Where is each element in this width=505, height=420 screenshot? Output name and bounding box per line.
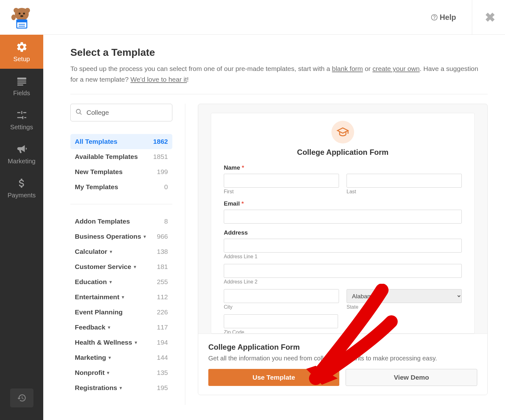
last-sublabel: Last <box>347 189 462 195</box>
first-name-input[interactable] <box>224 174 339 188</box>
nav-settings[interactable]: Settings <box>0 103 43 137</box>
filter-label: Business Operations▾ <box>75 233 146 240</box>
filter-label: Entertainment▾ <box>75 293 124 301</box>
address-line2-input[interactable] <box>224 264 462 278</box>
preview-column: College Application Form Name * First La… <box>185 104 488 405</box>
svg-rect-13 <box>17 82 26 83</box>
nav-label: Setup <box>13 55 30 63</box>
filter-category-item[interactable]: Addon Templates8 <box>70 214 172 229</box>
filter-category-item[interactable]: Registrations▾195 <box>70 380 172 395</box>
filter-label: New Templates <box>75 168 122 176</box>
filter-category-item[interactable]: Marketing▾144 <box>70 350 172 365</box>
filter-label: Marketing▾ <box>75 354 111 361</box>
history-icon <box>17 393 27 403</box>
filter-new-templates[interactable]: New Templates 199 <box>70 164 172 179</box>
close-icon: ✖ <box>485 10 496 25</box>
chevron-down-icon: ▾ <box>109 355 111 360</box>
filter-count: 255 <box>157 278 168 286</box>
subtitle-text: or <box>363 65 372 72</box>
email-label: Email * <box>224 200 462 207</box>
blank-form-link[interactable]: blank form <box>332 65 363 72</box>
filter-category-item[interactable]: Health & Wellness▾194 <box>70 335 172 350</box>
svg-point-2 <box>25 8 30 13</box>
nav-marketing[interactable]: Marketing <box>0 137 43 171</box>
state-select[interactable]: Alabama <box>347 289 462 303</box>
create-own-link[interactable]: create your own <box>372 65 419 72</box>
filter-category-item[interactable]: Event Planning226 <box>70 305 172 320</box>
gear-icon <box>16 41 28 53</box>
graduation-cap-icon <box>331 121 354 143</box>
filter-category-item[interactable]: Education▾255 <box>70 274 172 289</box>
addr2-sublabel: Address Line 2 <box>224 279 462 285</box>
nav-payments[interactable]: Payments <box>0 171 43 205</box>
filter-category-item[interactable]: Nonprofit▾135 <box>70 365 172 380</box>
category-filter-list: Addon Templates8Business Operations▾966C… <box>70 214 172 395</box>
filter-count: 144 <box>157 354 168 361</box>
nav-fields[interactable]: Fields <box>0 69 43 103</box>
search-input[interactable] <box>70 104 172 121</box>
filter-count: 135 <box>157 369 168 376</box>
card-footer: College Application Form Get all the inf… <box>198 334 487 395</box>
filter-count: 0 <box>164 183 168 191</box>
zip-input[interactable] <box>224 314 338 328</box>
filter-column: All Templates 1862 Available Templates 1… <box>70 104 185 405</box>
filter-label: All Templates <box>75 138 117 145</box>
city-input[interactable] <box>224 289 339 303</box>
subtitle-text: ! <box>187 76 189 83</box>
svg-point-16 <box>434 19 435 19</box>
filter-label: Nonprofit▾ <box>75 369 109 376</box>
use-template-button[interactable]: Use Template <box>208 369 339 386</box>
nav-label: Payments <box>8 192 36 199</box>
filter-count: 199 <box>157 168 168 176</box>
svg-point-1 <box>14 8 19 13</box>
filter-label: Event Planning <box>75 308 123 316</box>
filter-category-item[interactable]: Business Operations▾966 <box>70 229 172 244</box>
filter-label: Feedback▾ <box>75 324 110 331</box>
filter-count: 117 <box>157 324 168 331</box>
close-button[interactable]: ✖ <box>472 0 496 34</box>
nav-label: Settings <box>10 124 33 131</box>
filter-category-item[interactable]: Customer Service▾181 <box>70 259 172 274</box>
form-preview: College Application Form Name * First La… <box>211 113 475 334</box>
svg-point-17 <box>76 109 80 114</box>
form-group-address: Address Address Line 1 Address Line 2 Ci… <box>224 229 462 334</box>
required-indicator: * <box>241 200 244 207</box>
help-link[interactable]: Help <box>431 13 456 22</box>
filter-count: 8 <box>164 218 168 225</box>
filter-available-templates[interactable]: Available Templates 1851 <box>70 149 172 164</box>
filter-count: 194 <box>157 339 168 346</box>
filter-label: My Templates <box>75 183 118 191</box>
hear-link[interactable]: We'd love to hear it <box>130 76 187 83</box>
email-input[interactable] <box>224 210 462 224</box>
address-line1-input[interactable] <box>224 239 462 253</box>
filter-category-item[interactable]: Calculator▾138 <box>70 244 172 259</box>
svg-point-10 <box>11 15 16 20</box>
history-button[interactable] <box>10 388 33 407</box>
chevron-down-icon: ▾ <box>110 249 112 254</box>
svg-point-5 <box>20 15 23 17</box>
view-demo-button[interactable]: View Demo <box>346 369 477 386</box>
filter-all-templates[interactable]: All Templates 1862 <box>70 134 172 149</box>
help-circle-icon <box>431 14 438 21</box>
filter-category-item[interactable]: Feedback▾117 <box>70 320 172 335</box>
svg-rect-12 <box>17 80 26 81</box>
filter-count: 1862 <box>153 138 168 145</box>
main-content: Select a Template To speed up the proces… <box>43 35 505 420</box>
chevron-down-icon: ▾ <box>107 370 109 375</box>
svg-point-3 <box>19 13 21 15</box>
filter-count: 181 <box>157 263 168 271</box>
filter-count: 138 <box>157 248 168 255</box>
chevron-down-icon: ▾ <box>144 234 146 239</box>
filter-my-templates[interactable]: My Templates 0 <box>70 179 172 195</box>
search-icon <box>75 108 82 117</box>
bullhorn-icon <box>16 143 28 155</box>
primary-filter-list: All Templates 1862 Available Templates 1… <box>70 134 172 195</box>
last-name-input[interactable] <box>347 174 462 188</box>
logo-slot <box>0 0 43 35</box>
filter-category-item[interactable]: Entertainment▾112 <box>70 289 172 305</box>
chevron-down-icon: ▾ <box>122 295 124 300</box>
svg-point-4 <box>23 13 25 15</box>
sliders-icon <box>16 109 28 121</box>
chevron-down-icon: ▾ <box>135 340 137 345</box>
nav-setup[interactable]: Setup <box>0 35 43 69</box>
